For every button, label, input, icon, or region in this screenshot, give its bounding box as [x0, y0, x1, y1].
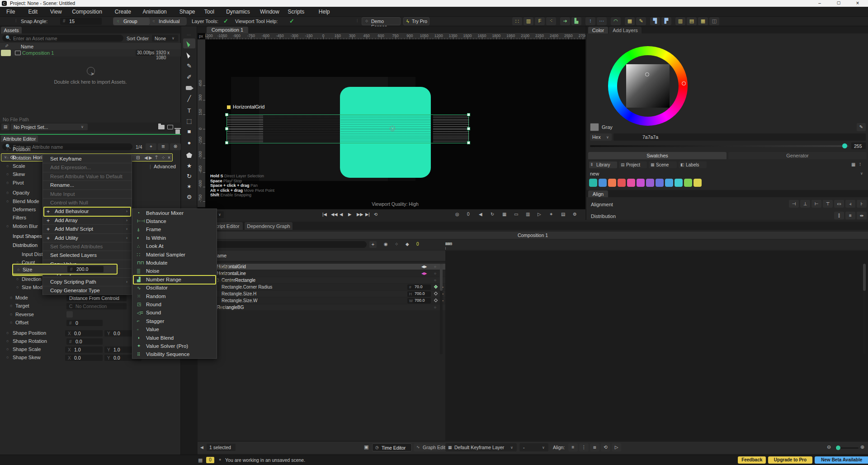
overlay-toggle-icon[interactable]: ▥ — [526, 212, 530, 217]
submenu-item-value-blend[interactable]: ◑Value Blend — [132, 334, 217, 342]
group-button[interactable]: ⁖Group — [113, 18, 150, 25]
camera-tool[interactable] — [183, 83, 195, 93]
track-row-rectanglebg[interactable]: ◀▢RectangleBG○ — [198, 304, 445, 310]
menu-dynamics[interactable]: Dynamics — [223, 8, 253, 15]
selection-handle[interactable] — [225, 127, 228, 130]
dock-icon[interactable]: ▣ — [364, 444, 368, 450]
grid-view-icon[interactable]: ▦ — [851, 162, 855, 167]
menu-item-set-keyframe[interactable]: Set Keyframe — [43, 155, 132, 163]
artboard-tool[interactable]: ⬚ — [183, 116, 195, 126]
default-kf-layer-select[interactable]: ▦Default Keyframe Layer∨ — [445, 443, 517, 451]
toolbar-icon-5[interactable]: ▙ — [571, 17, 581, 25]
hex-mode-select[interactable]: Hex∨ — [590, 133, 612, 141]
footer-align-button-2[interactable]: ⧈ — [590, 443, 599, 451]
track-row-rectangle-corner-radius[interactable]: Rectangle.Corner Radius#70.0▶ — [198, 284, 445, 290]
brush-tool[interactable]: ✐ — [183, 72, 195, 82]
current-color-swatch[interactable] — [590, 123, 599, 131]
align-button-4[interactable]: ▭ — [834, 200, 844, 208]
menu-item-add-array[interactable]: +Add Array› — [43, 216, 132, 225]
hex-input[interactable]: 7a7a7a — [613, 133, 866, 141]
attr-value-box[interactable]: H700.0 — [407, 291, 431, 297]
kf-filter-select[interactable]: -∨ — [519, 443, 548, 451]
effects-icon[interactable]: ✶ — [549, 212, 553, 217]
selection-handle[interactable] — [467, 141, 470, 144]
color-wheel[interactable] — [608, 46, 688, 126]
menu-edit[interactable]: Edit — [25, 8, 40, 15]
menu-create[interactable]: Create — [112, 8, 134, 15]
maximize-button[interactable]: ▢ — [832, 0, 845, 5]
submenu-item-noise[interactable]: ▒Noise — [132, 267, 217, 275]
keyframe-dot-icon[interactable]: ○ — [6, 156, 9, 160]
toolbar-icon-12[interactable]: ▛ — [661, 17, 671, 25]
color-swatch-7[interactable] — [656, 179, 664, 187]
toolbar-icon-4[interactable]: ➔ — [560, 17, 570, 25]
go-start-button[interactable]: |◀ — [322, 212, 327, 217]
keyframe-dot-icon[interactable]: ○ — [6, 339, 9, 343]
attr-value-x[interactable]: X1.0 — [65, 346, 103, 353]
submenu-item-behaviour-mixer[interactable]: ◔Behaviour Mixer — [132, 209, 217, 217]
keyframe-diamond-icon[interactable] — [434, 299, 438, 302]
stop-icon[interactable]: ◎ — [455, 212, 459, 217]
submenu-item-distance[interactable]: ⊢⊣Distance — [132, 217, 217, 225]
submenu-item-stagger[interactable]: ⌐Stagger — [132, 317, 217, 325]
asset-color-swatch[interactable] — [1, 50, 11, 56]
zoom-out-icon[interactable]: ⊖ — [827, 444, 831, 450]
color-swatch-4[interactable] — [627, 179, 635, 187]
list-view-icon[interactable]: ⁝ — [859, 162, 861, 167]
step-fwd-button[interactable]: ▶▶ — [357, 212, 363, 217]
attr-value-box[interactable]: Distance From Centroid — [66, 295, 127, 301]
keyframe-dot-icon[interactable]: ○ — [6, 180, 9, 185]
color-swatch-10[interactable] — [684, 179, 692, 187]
attr-checkbox[interactable] — [66, 311, 73, 318]
step-back-button[interactable]: ◀ — [340, 212, 343, 217]
tab-generator[interactable]: Generator — [728, 152, 867, 159]
tab-swatches[interactable]: Swatches — [588, 152, 726, 159]
attr-value-box[interactable]: #0 — [66, 320, 103, 326]
toolbar-icon-9[interactable]: ▦ — [625, 17, 635, 25]
hue-marker-icon[interactable] — [682, 81, 686, 85]
attr-value-box[interactable]: #70.0 — [407, 285, 431, 290]
close-button[interactable]: × — [851, 0, 864, 6]
toolbar-icon-13[interactable]: ▥ — [675, 17, 685, 25]
play-button[interactable]: ▶ — [348, 212, 351, 217]
frame-counter[interactable]: 0 — [416, 242, 419, 247]
menu-item-set-selected-layers[interactable]: Set Selected Layers — [43, 251, 132, 260]
alpha-value-box[interactable]: 255 — [851, 142, 866, 149]
individual-button[interactable]: ⁖Individual — [150, 18, 187, 25]
alpha-slider-track[interactable] — [590, 145, 849, 147]
color-swatch-8[interactable] — [665, 179, 673, 187]
keyframe-dot-icon[interactable]: ○ — [17, 267, 19, 272]
submenu-item-value[interactable]: ▫Value — [132, 326, 217, 334]
layer-tools-check-icon[interactable]: ✓ — [223, 18, 228, 24]
pentagon-tool[interactable] — [183, 150, 195, 160]
keyframe-dot-icon[interactable]: ○ — [10, 304, 12, 308]
settings-tool[interactable]: ⚙ — [183, 192, 195, 202]
status-button-upgrade-to-pro[interactable]: Upgrade to Pro — [768, 456, 812, 464]
try-pro-button[interactable]: ϟTry Pro — [403, 17, 429, 25]
keyframe-dot-icon[interactable]: ○ — [6, 347, 9, 351]
arc-tool[interactable]: ↻ — [183, 171, 195, 181]
proxy-icon[interactable]: ▷ — [538, 212, 541, 217]
attr-value-box[interactable]: CNo Connection — [66, 303, 127, 309]
track-row-horizontalgrid[interactable]: ◀⸬HorizontalGrid◀▶○ — [198, 264, 445, 270]
distribute-button-2[interactable]: ⇹ — [857, 212, 867, 219]
submenu-item-visibility-sequence[interactable]: ⠿Visibility Sequence — [132, 351, 217, 359]
toolbar-icon-0[interactable]: ⸬ — [512, 17, 522, 25]
color-swatch-2[interactable] — [608, 179, 616, 187]
selection-handle[interactable] — [467, 127, 470, 130]
attr-value-x[interactable]: X0.0 — [65, 355, 103, 361]
menu-view[interactable]: View — [47, 8, 65, 15]
footer-align-button-1[interactable]: ⋮ — [579, 443, 589, 451]
track-row-centerrectangle[interactable]: ◀∨•▢CenterRectangle○ — [198, 277, 445, 283]
open-folder-icon[interactable] — [158, 125, 165, 129]
tab-align[interactable]: Align — [588, 190, 608, 197]
chevron-down-icon[interactable]: ∨ — [860, 171, 863, 176]
toolbar-icon-7[interactable]: ⋯ — [597, 17, 607, 25]
toolbar-icon-3[interactable]: ⁖ — [546, 17, 556, 25]
submenu-item-is-within[interactable]: ◐Is Within — [132, 234, 217, 242]
menu-item-rename-[interactable]: Rename... — [43, 181, 132, 190]
layer-filter-input[interactable]: name — [199, 241, 367, 248]
attr-value-box[interactable]: W700.0 — [407, 298, 431, 304]
submenu-item-frame[interactable]: ⍋Frame — [132, 226, 217, 234]
attr-value-x[interactable]: X0.0 — [65, 330, 103, 337]
